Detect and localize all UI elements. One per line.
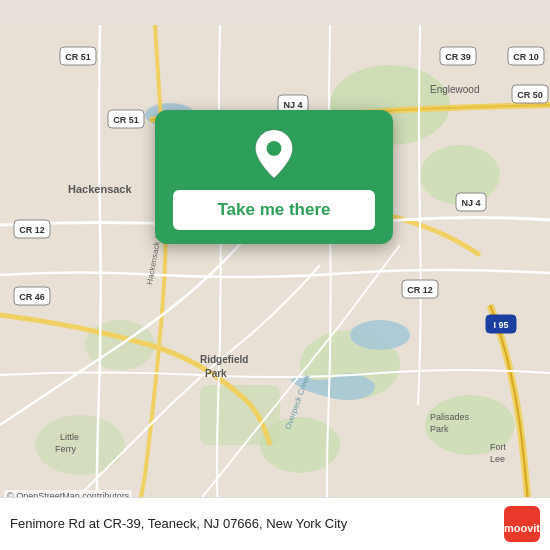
svg-text:CR 39: CR 39 xyxy=(445,52,471,62)
svg-text:NJ 4: NJ 4 xyxy=(283,100,302,110)
moovit-logo: moovit xyxy=(504,506,540,542)
svg-text:Fort: Fort xyxy=(490,442,507,452)
svg-point-7 xyxy=(35,415,125,475)
svg-text:CR 12: CR 12 xyxy=(407,285,433,295)
svg-text:NJ 4: NJ 4 xyxy=(461,198,480,208)
svg-text:I 95: I 95 xyxy=(493,320,508,330)
svg-text:Lee: Lee xyxy=(490,454,505,464)
map-background: CR 51 CR 51 NJ 4 NJ 4 CR 39 CR 10 CR 50 … xyxy=(0,0,550,550)
location-pin-icon xyxy=(248,128,300,180)
svg-text:Palisades: Palisades xyxy=(430,412,470,422)
svg-text:moovit: moovit xyxy=(504,522,540,534)
svg-text:CR 50: CR 50 xyxy=(517,90,543,100)
svg-text:Englewood: Englewood xyxy=(430,84,479,95)
svg-point-47 xyxy=(267,141,282,156)
svg-text:Hackensack: Hackensack xyxy=(68,183,132,195)
svg-text:CR 51: CR 51 xyxy=(65,52,91,62)
address-text: Fenimore Rd at CR-39, Teaneck, NJ 07666,… xyxy=(10,516,504,533)
map-container: CR 51 CR 51 NJ 4 NJ 4 CR 39 CR 10 CR 50 … xyxy=(0,0,550,550)
svg-text:Little: Little xyxy=(60,432,79,442)
svg-text:CR 51: CR 51 xyxy=(113,115,139,125)
svg-text:CR 46: CR 46 xyxy=(19,292,45,302)
take-me-there-button[interactable]: Take me there xyxy=(173,190,375,230)
svg-text:Park: Park xyxy=(430,424,449,434)
svg-text:Ridgefield: Ridgefield xyxy=(200,354,248,365)
svg-text:Park: Park xyxy=(205,368,227,379)
moovit-icon: moovit xyxy=(504,506,540,542)
svg-point-10 xyxy=(350,320,410,350)
svg-text:CR 10: CR 10 xyxy=(513,52,539,62)
popup-card: Take me there xyxy=(155,110,393,244)
svg-text:Ferry: Ferry xyxy=(55,444,76,454)
svg-text:CR 12: CR 12 xyxy=(19,225,45,235)
bottom-bar: Fenimore Rd at CR-39, Teaneck, NJ 07666,… xyxy=(0,497,550,550)
